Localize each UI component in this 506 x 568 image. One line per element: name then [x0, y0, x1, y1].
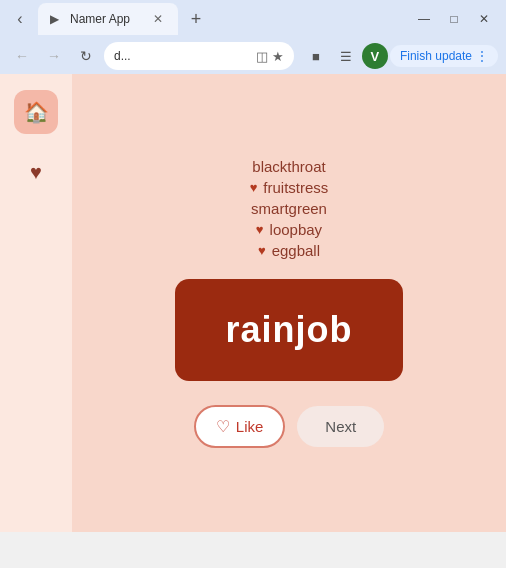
name-eggball: eggball [272, 242, 320, 259]
featured-name-text: rainjob [225, 309, 352, 351]
finish-update-button[interactable]: Finish update ⋮ [390, 45, 498, 67]
close-window-button[interactable]: ✕ [470, 8, 498, 30]
name-loopbay: loopbay [270, 221, 323, 238]
reload-button[interactable]: ↻ [72, 42, 100, 70]
finish-update-chevron-icon: ⋮ [476, 49, 488, 63]
next-button[interactable]: Next [297, 406, 384, 447]
tab-close-button[interactable]: ✕ [150, 11, 166, 27]
fruitstress-heart-icon: ♥ [250, 180, 258, 195]
tab-switcher-btn[interactable]: ‹ [8, 7, 32, 31]
like-button-label: Like [236, 418, 264, 435]
names-list: blackthroat ♥ fruitstress smartgreen ♥ l… [250, 158, 329, 259]
browser-tab[interactable]: ▶ Namer App ✕ [38, 3, 178, 35]
featured-name-card: rainjob [175, 279, 402, 381]
finish-update-label: Finish update [400, 49, 472, 63]
profile-button[interactable]: V [362, 43, 388, 69]
bookmark-icon: ★ [272, 49, 284, 64]
maximize-button[interactable]: □ [440, 8, 468, 30]
like-button[interactable]: ♡ Like [194, 405, 286, 448]
next-button-label: Next [325, 418, 356, 435]
name-fruitstress: fruitstress [263, 179, 328, 196]
back-button[interactable]: ← [8, 42, 36, 70]
featured-name-part1: rain [225, 309, 295, 350]
name-fruitstress-item: ♥ fruitstress [250, 179, 329, 196]
like-heart-icon: ♡ [216, 417, 230, 436]
extensions-button[interactable]: ■ [302, 42, 330, 70]
name-loopbay-item: ♥ loopbay [256, 221, 322, 238]
sidebar-button[interactable]: ☰ [332, 42, 360, 70]
heart-icon: ♥ [30, 161, 42, 184]
extensions-icon: ◫ [256, 49, 268, 64]
sidebar: 🏠 ♥ [0, 74, 72, 532]
sidebar-item-home[interactable]: 🏠 [14, 90, 58, 134]
eggball-heart-icon: ♥ [258, 243, 266, 258]
action-buttons: ♡ Like Next [194, 405, 384, 448]
loopbay-heart-icon: ♥ [256, 222, 264, 237]
name-smartgreen: smartgreen [251, 200, 327, 217]
new-tab-button[interactable]: + [184, 7, 208, 31]
home-icon: 🏠 [24, 100, 49, 124]
sidebar-item-favorites[interactable]: ♥ [14, 150, 58, 194]
featured-name-part2: job [296, 309, 353, 350]
name-eggball-item: ♥ eggball [258, 242, 320, 259]
tab-favicon-icon: ▶ [50, 12, 64, 26]
name-blackthroat: blackthroat [252, 158, 325, 175]
content-area: blackthroat ♥ fruitstress smartgreen ♥ l… [72, 74, 506, 532]
address-bar[interactable]: d... ◫ ★ [104, 42, 294, 70]
forward-button[interactable]: → [40, 42, 68, 70]
minimize-button[interactable]: — [410, 8, 438, 30]
address-text: d... [114, 49, 250, 63]
tab-title: Namer App [70, 12, 144, 26]
